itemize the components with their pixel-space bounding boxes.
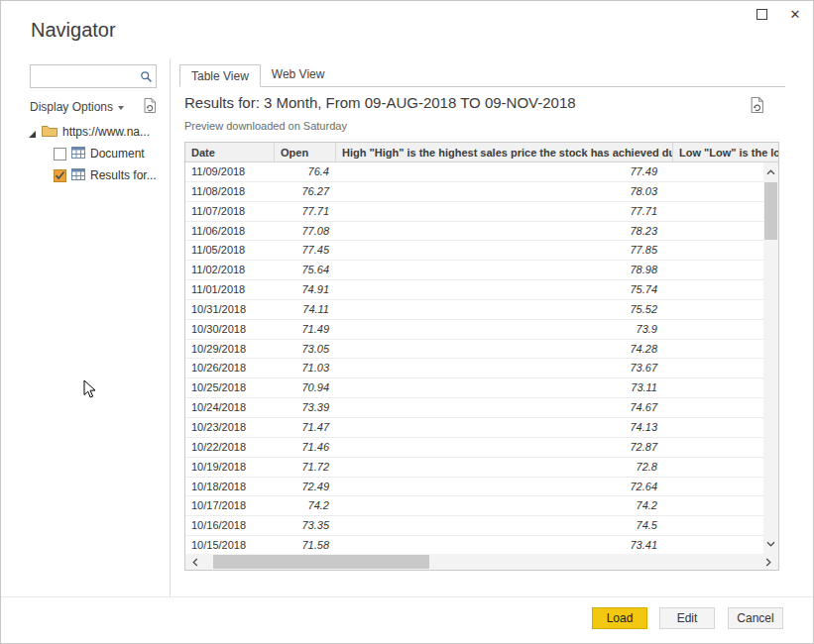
cell-open: 77.08 (275, 222, 336, 241)
search-box (30, 64, 157, 88)
table-row[interactable]: 10/29/2018 73.05 74.28 (185, 340, 778, 360)
dialog-title: Navigator (31, 19, 116, 42)
cell-open: 70.94 (275, 378, 336, 397)
cell-open: 71.72 (275, 458, 336, 477)
cell-date: 10/15/2018 (185, 536, 275, 554)
cell-open: 74.91 (275, 280, 336, 299)
refresh-preview-icon[interactable] (750, 97, 764, 117)
preview-title: Results for: 3 Month, From 09-AUG-2018 T… (184, 94, 740, 111)
cell-high: 73.41 (336, 536, 673, 554)
tab-table-view[interactable]: Table View (179, 64, 261, 87)
table-row[interactable]: 10/31/2018 74.11 75.52 (185, 300, 778, 320)
table-row[interactable]: 11/06/2018 77.08 78.23 (185, 222, 778, 242)
cell-high: 74.67 (336, 398, 673, 417)
table-body: 11/09/2018 76.4 77.49 11/08/2018 76.27 7… (185, 162, 778, 554)
horizontal-scroll-thumb[interactable] (213, 555, 429, 569)
tree-item-document[interactable]: Document (28, 143, 167, 164)
expand-collapse-icon[interactable] (28, 128, 37, 137)
search-icon[interactable] (136, 70, 156, 83)
cell-open: 73.39 (275, 398, 336, 417)
folder-icon (42, 125, 58, 140)
cell-open: 71.58 (275, 536, 336, 554)
table-row[interactable]: 10/22/2018 71.46 72.87 (185, 438, 778, 458)
cell-date: 10/29/2018 (185, 340, 275, 359)
scroll-up-icon[interactable] (763, 164, 778, 180)
cell-open: 73.35 (275, 516, 336, 535)
tree-node-label: https://www.na... (62, 125, 150, 139)
table-row[interactable]: 11/05/2018 77.45 77.85 (185, 241, 778, 261)
vertical-scrollbar[interactable] (763, 162, 778, 554)
table-row[interactable]: 10/17/2018 74.2 74.2 (185, 496, 778, 516)
cell-date: 11/01/2018 (185, 280, 275, 299)
cell-date: 11/08/2018 (185, 182, 275, 201)
cell-open: 77.71 (275, 202, 336, 221)
tree-item-results[interactable]: Results for... (28, 164, 167, 186)
table-icon (71, 147, 85, 161)
table-row[interactable]: 10/24/2018 73.39 74.67 (185, 398, 778, 418)
column-header-low[interactable]: Low "Low" is the lowes (673, 143, 778, 161)
preview-table: Date Open High "High" is the highest sal… (184, 142, 779, 571)
tree-node-source[interactable]: https://www.na... (28, 121, 167, 143)
cell-high: 72.64 (336, 478, 673, 496)
cell-high: 74.5 (336, 516, 673, 535)
table-header-row: Date Open High "High" is the highest sal… (185, 143, 778, 162)
search-input[interactable] (31, 69, 136, 83)
cell-date: 10/24/2018 (185, 398, 275, 417)
cell-high: 75.74 (336, 280, 673, 299)
scroll-right-icon[interactable] (760, 554, 776, 570)
scroll-left-icon[interactable] (187, 554, 203, 570)
table-row[interactable]: 10/30/2018 71.49 73.9 (185, 320, 778, 340)
column-header-date[interactable]: Date (185, 143, 275, 161)
cell-open: 71.49 (275, 320, 336, 339)
cell-open: 71.46 (275, 438, 336, 457)
display-options-dropdown[interactable]: Display Options (30, 100, 124, 114)
column-header-high[interactable]: High "High" is the highest sales price t… (336, 143, 673, 161)
table-row[interactable]: 10/19/2018 71.72 72.8 (185, 458, 778, 478)
scroll-down-icon[interactable] (763, 536, 778, 552)
window-close-icon[interactable]: ✕ (787, 6, 803, 22)
vertical-scroll-thumb[interactable] (764, 182, 777, 240)
cell-date: 10/25/2018 (185, 378, 275, 397)
cell-high: 77.71 (336, 202, 673, 221)
cell-date: 11/07/2018 (185, 202, 275, 221)
cell-date: 11/05/2018 (185, 241, 275, 260)
cell-high: 74.2 (336, 496, 673, 515)
maximize-square (756, 9, 767, 20)
cell-high: 73.9 (336, 320, 673, 339)
table-row[interactable]: 10/25/2018 70.94 73.11 (185, 378, 778, 398)
table-row[interactable]: 11/02/2018 75.64 78.98 (185, 261, 778, 280)
edit-button[interactable]: Edit (659, 607, 715, 629)
table-row[interactable]: 11/09/2018 76.4 77.49 (185, 162, 778, 182)
display-options-label: Display Options (30, 100, 113, 114)
window-controls: ✕ (754, 6, 803, 22)
cancel-button[interactable]: Cancel (728, 607, 783, 629)
horizontal-scrollbar[interactable] (185, 554, 778, 570)
cell-open: 74.2 (275, 496, 336, 515)
navigation-tree: https://www.na... Document Results for..… (28, 121, 167, 186)
table-row[interactable]: 11/07/2018 77.71 77.71 (185, 202, 778, 222)
table-row[interactable]: 10/18/2018 72.49 72.64 (185, 478, 778, 497)
cell-high: 73.11 (336, 378, 673, 397)
cell-date: 11/02/2018 (185, 261, 275, 279)
tree-item-label: Results for... (90, 168, 157, 182)
cell-high: 73.67 (336, 359, 673, 377)
table-row[interactable]: 10/16/2018 73.35 74.5 (185, 516, 778, 536)
column-header-open[interactable]: Open (275, 143, 336, 161)
table-row[interactable]: 11/08/2018 76.27 78.03 (185, 182, 778, 202)
table-row[interactable]: 10/23/2018 71.47 74.13 (185, 418, 778, 438)
cell-high: 72.87 (336, 438, 673, 457)
cell-date: 10/19/2018 (185, 458, 275, 477)
table-row[interactable]: 11/01/2018 74.91 75.74 (185, 280, 778, 300)
checkbox-results[interactable] (54, 169, 66, 182)
table-row[interactable]: 10/15/2018 71.58 73.41 (185, 536, 778, 554)
refresh-icon[interactable] (143, 98, 157, 116)
cell-open: 71.47 (275, 418, 336, 437)
cell-date: 10/26/2018 (185, 359, 275, 377)
preview-subtitle: Preview downloaded on Saturday (184, 120, 347, 132)
cell-high: 78.23 (336, 222, 673, 241)
table-row[interactable]: 10/26/2018 71.03 73.67 (185, 359, 778, 378)
checkbox-document[interactable] (54, 148, 66, 161)
load-button[interactable]: Load (592, 607, 647, 629)
window-maximize-icon[interactable] (754, 6, 769, 22)
tab-web-view[interactable]: Web View (261, 63, 336, 86)
